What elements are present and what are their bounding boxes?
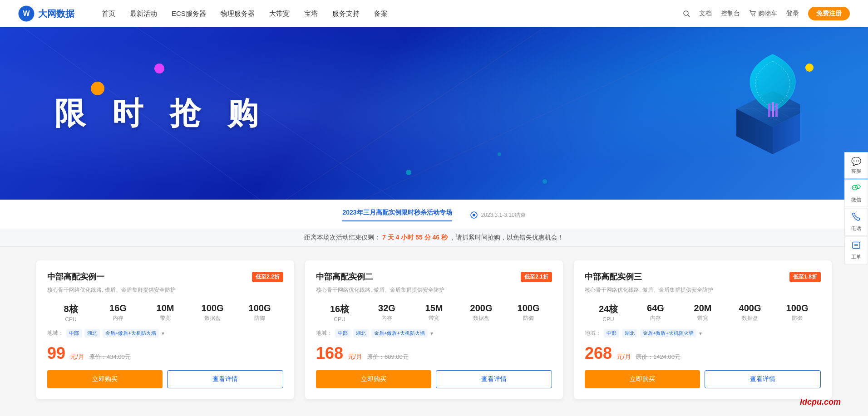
card-desc-3: 核心骨干网络优化线路, 傲盾、金盾集群提供安全防护 [585, 286, 821, 294]
customer-service-button[interactable]: 💬 客服 [844, 152, 868, 178]
price-main-2: 168 [316, 344, 343, 363]
card-actions-2: 立即购买 查看详情 [316, 370, 552, 388]
price-original-3: 原价：1424.00元 [636, 353, 681, 361]
svg-rect-20 [772, 102, 774, 117]
logo-icon: W [18, 5, 35, 22]
login-link[interactable]: 登录 [786, 10, 799, 18]
nav-home[interactable]: 首页 [102, 10, 115, 18]
phone-icon [852, 212, 861, 223]
nav-baota[interactable]: 宝塔 [304, 10, 318, 18]
nav-support[interactable]: 服务支持 [332, 10, 360, 18]
spec-cpu-1: 8核 CPU [47, 303, 94, 323]
svg-line-8 [272, 27, 545, 200]
product-card-3: 中部高配实例三 低至1.8折 核心骨干网络优化线路, 傲盾、金盾集群提供安全防护… [574, 260, 832, 399]
countdown-seconds: 46 秒 [433, 234, 448, 241]
spec-disk-1: 100G 数据盘 [189, 303, 236, 323]
spec-memory-1: 16G 内存 [94, 303, 142, 323]
ticket-icon [852, 240, 861, 252]
svg-point-12 [542, 179, 547, 184]
discount-badge-1: 低至2.2折 [252, 272, 283, 282]
card-header-1: 中部高配实例一 低至2.2折 [47, 271, 283, 282]
search-icon [683, 10, 690, 17]
svg-point-23 [473, 214, 475, 216]
products-grid: 中部高配实例一 低至2.2折 核心骨干网络优化线路, 傲盾、金盾集群提供安全防护… [36, 260, 832, 399]
wechat-icon [852, 183, 861, 195]
card-header-2: 中部高配实例二 低至2.1折 [316, 271, 552, 282]
card-title-3: 中部高配实例三 [585, 271, 642, 282]
phone-button[interactable]: 电话 [844, 208, 868, 235]
hero-title: 限 时 抢 购 [54, 93, 267, 134]
region-row-2: 地域： 中部 湖北 金盾+傲盾+天机防火墙 ▾ [316, 329, 552, 338]
products-section: 中部高配实例一 低至2.2折 核心骨干网络优化线路, 傲盾、金盾集群提供安全防护… [0, 247, 868, 413]
countdown-bar: 距离本场次活动结束仅剩： 7 天 4 小时 55 分 46 秒 ，请抓紧时间抢购… [0, 229, 868, 246]
price-original-1: 原价：434.00元 [89, 353, 131, 361]
activity-tab-current[interactable]: 2023年三月高配实例限时秒杀活动专场 [342, 209, 452, 221]
card-title-1: 中部高配实例一 [47, 271, 104, 282]
countdown-days: 7 天 [382, 234, 394, 241]
spec-disk-2: 200G 数据盘 [458, 303, 505, 323]
search-button[interactable] [683, 10, 690, 17]
countdown-minutes: 55 分 [415, 234, 430, 241]
svg-point-25 [856, 185, 860, 188]
buy-button-3[interactable]: 立即购买 [585, 370, 700, 388]
tab-dot-icon [470, 211, 478, 219]
detail-button-2[interactable]: 查看详情 [436, 370, 552, 388]
wechat-button[interactable]: 微信 [844, 179, 868, 207]
card-desc-2: 核心骨干网络优化线路, 傲盾、金盾集群提供安全防护 [316, 286, 552, 294]
region-dropdown-icon-1[interactable]: ▾ [162, 330, 164, 337]
buy-button-2[interactable]: 立即购买 [316, 370, 431, 388]
discount-badge-2: 低至2.1折 [521, 272, 552, 282]
spec-cpu-3: 24核 CPU [585, 303, 632, 323]
brand-name: 大网数据 [38, 8, 74, 20]
nav-right: 文档 控制台 购物车 登录 免费注册 [683, 7, 850, 20]
nav-beian[interactable]: 备案 [374, 10, 388, 18]
docs-link[interactable]: 文档 [699, 10, 712, 18]
specs-row-3: 24核 CPU 64G 内存 20M 带宽 400G 数据盘 100G 防御 [585, 303, 821, 323]
spec-bandwidth-2: 15M 带宽 [410, 303, 458, 323]
cart-link[interactable]: 购物车 [749, 10, 777, 18]
svg-rect-21 [775, 103, 778, 117]
spec-ddos-2: 100G 防御 [505, 303, 552, 323]
region-dropdown-icon-3[interactable]: ▾ [699, 330, 702, 337]
ticket-button[interactable]: 工单 [844, 236, 868, 264]
region-row-1: 地域： 中部 湖北 金盾+傲盾+天机防火墙 ▾ [47, 329, 283, 338]
hero-illustration [673, 36, 800, 174]
console-link[interactable]: 控制台 [721, 10, 740, 18]
svg-point-11 [498, 152, 501, 156]
cart-icon [749, 10, 756, 17]
customer-service-icon: 💬 [851, 156, 861, 166]
detail-button-3[interactable]: 查看详情 [705, 370, 821, 388]
card-actions-1: 立即购买 查看详情 [47, 370, 283, 388]
deco-yellow [805, 64, 814, 72]
svg-point-2 [684, 11, 688, 15]
spec-ddos-3: 100G 防御 [774, 303, 821, 323]
card-title-2: 中部高配实例二 [316, 271, 373, 282]
price-main-1: 99 [47, 344, 65, 363]
logo[interactable]: W 大网数据 [18, 5, 74, 22]
countdown-hours: 4 小时 [396, 234, 414, 241]
spec-ddos-1: 100G 防御 [236, 303, 283, 323]
detail-button-1[interactable]: 查看详情 [167, 370, 283, 388]
register-button[interactable]: 免费注册 [808, 7, 850, 20]
nav-activities[interactable]: 最新活动 [130, 10, 157, 18]
price-unit-2: 元/月 [348, 353, 362, 361]
spec-bandwidth-1: 10M 带宽 [142, 303, 189, 323]
region-row-3: 地域： 中部 湖北 金盾+傲盾+天机防火墙 ▾ [585, 329, 821, 338]
nav-bandwidth[interactable]: 大带宽 [269, 10, 290, 18]
activity-tab-date: 2023.3.1-3.10结束 [481, 211, 526, 219]
price-row-1: 99 元/月 原价：434.00元 [47, 344, 283, 363]
specs-row-1: 8核 CPU 16G 内存 10M 带宽 100G 数据盘 100G 防御 [47, 303, 283, 323]
price-unit-3: 元/月 [616, 353, 631, 361]
nav-ecs[interactable]: ECS服务器 [172, 10, 206, 18]
svg-line-9 [363, 50, 681, 200]
discount-badge-3: 低至1.8折 [789, 272, 821, 282]
region-dropdown-icon-2[interactable]: ▾ [430, 330, 433, 337]
spec-memory-3: 64G 内存 [632, 303, 679, 323]
nav-physical[interactable]: 物理服务器 [221, 10, 255, 18]
spec-cpu-2: 16核 CPU [316, 303, 363, 323]
spec-bandwidth-3: 20M 带宽 [679, 303, 726, 323]
shield-3d-svg [673, 36, 800, 172]
buy-button-1[interactable]: 立即购买 [47, 370, 163, 388]
activity-section: 2023年三月高配实例限时秒杀活动专场 2023.3.1-3.10结束 距离本场… [0, 200, 868, 247]
product-card-1: 中部高配实例一 低至2.2折 核心骨干网络优化线路, 傲盾、金盾集群提供安全防护… [36, 260, 294, 399]
